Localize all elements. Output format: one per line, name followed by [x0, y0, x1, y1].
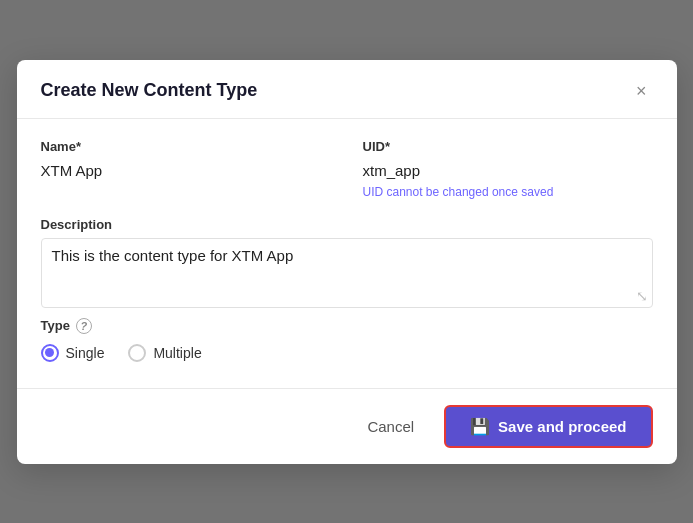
uid-hint: UID cannot be changed once saved — [363, 185, 653, 199]
radio-single-circle — [41, 344, 59, 362]
cancel-button[interactable]: Cancel — [349, 408, 432, 445]
radio-single-label: Single — [66, 345, 105, 361]
save-proceed-button[interactable]: 💾 Save and proceed — [444, 405, 652, 448]
modal-body: Name* XTM App UID* xtm_app UID cannot be… — [17, 119, 677, 380]
help-icon[interactable]: ? — [76, 318, 92, 334]
name-field: Name* XTM App — [41, 139, 331, 199]
description-section: Description This is the content type for… — [41, 217, 653, 308]
radio-group: Single Multiple — [41, 344, 653, 362]
uid-field: UID* xtm_app UID cannot be changed once … — [363, 139, 653, 199]
modal-footer: Cancel 💾 Save and proceed — [17, 388, 677, 464]
modal-title: Create New Content Type — [41, 80, 258, 101]
uid-value: xtm_app — [363, 160, 653, 181]
save-icon: 💾 — [470, 417, 490, 436]
type-section: Type ? Single Multiple — [41, 318, 653, 362]
description-box[interactable]: This is the content type for XTM App ⤡ — [41, 238, 653, 308]
modal-overlay: Create New Content Type × Name* XTM App … — [0, 0, 693, 523]
resize-handle-icon: ⤡ — [636, 289, 648, 303]
modal-dialog: Create New Content Type × Name* XTM App … — [17, 60, 677, 464]
radio-single[interactable]: Single — [41, 344, 105, 362]
uid-label: UID* — [363, 139, 653, 154]
modal-header: Create New Content Type × — [17, 60, 677, 119]
save-label: Save and proceed — [498, 418, 626, 435]
type-label: Type — [41, 318, 70, 333]
radio-multiple[interactable]: Multiple — [128, 344, 201, 362]
description-value: This is the content type for XTM App — [52, 247, 294, 272]
name-uid-row: Name* XTM App UID* xtm_app UID cannot be… — [41, 139, 653, 199]
radio-multiple-circle — [128, 344, 146, 362]
name-label: Name* — [41, 139, 331, 154]
radio-multiple-label: Multiple — [153, 345, 201, 361]
name-value: XTM App — [41, 160, 331, 181]
close-button[interactable]: × — [630, 80, 653, 102]
description-label: Description — [41, 217, 653, 232]
type-label-row: Type ? — [41, 318, 653, 334]
